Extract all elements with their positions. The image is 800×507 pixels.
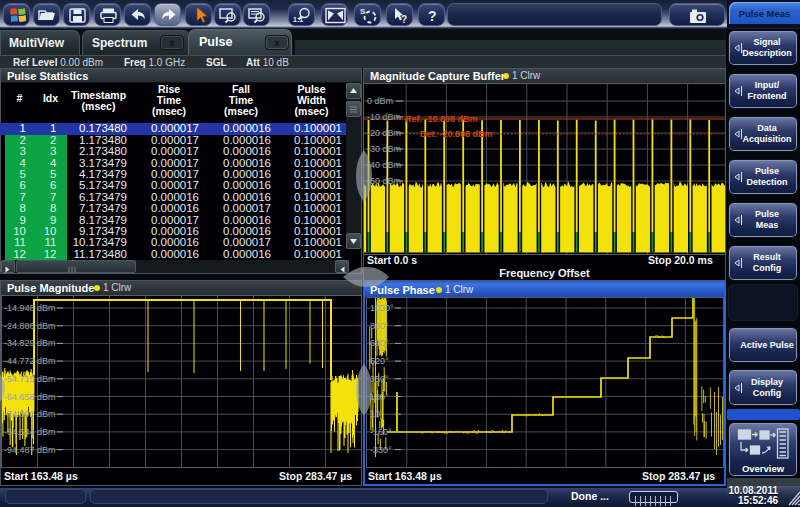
svg-text:350°: 350° <box>370 374 389 384</box>
svg-text:-24.886 dBm: -24.886 dBm <box>4 321 56 331</box>
svg-text:-54.715 dBm: -54.715 dBm <box>4 374 56 384</box>
svg-text:?: ? <box>401 14 407 25</box>
svg-text:Ref. -10.808 dBm: Ref. -10.808 dBm <box>405 114 478 124</box>
svg-text:180°: 180° <box>370 392 389 402</box>
svg-text:-30 dBm: -30 dBm <box>367 144 401 154</box>
svg-text:520°: 520° <box>370 356 389 366</box>
svg-text:-44.772 dBm: -44.772 dBm <box>4 356 56 366</box>
svg-text:-74.601 dBm: -74.601 dBm <box>4 409 56 419</box>
svg-text:-14.948 dBm: -14.948 dBm <box>4 303 56 313</box>
svg-text:-10 dBm: -10 dBm <box>367 112 401 122</box>
svg-text:-84.544 dBm: -84.544 dBm <box>4 427 56 437</box>
svg-text:860°: 860° <box>370 321 389 331</box>
svg-text:Det. -20.808 dBm: Det. -20.808 dBm <box>420 129 493 139</box>
svg-text:0 dBm: 0 dBm <box>367 96 393 106</box>
svg-text:1030°: 1030° <box>370 303 394 313</box>
svg-text:-160°: -160° <box>370 427 392 437</box>
svg-text:-330°: -330° <box>370 445 392 455</box>
svg-text:-34.829 dBm: -34.829 dBm <box>4 338 56 348</box>
svg-text:-50 dBm: -50 dBm <box>367 176 401 186</box>
svg-text:?: ? <box>428 8 437 24</box>
svg-text:-64.658 dBm: -64.658 dBm <box>4 392 56 402</box>
svg-text:-20 dBm: -20 dBm <box>367 128 401 138</box>
svg-text:-94.487 dBm: -94.487 dBm <box>4 445 56 455</box>
svg-text:-40 dBm: -40 dBm <box>367 160 401 170</box>
svg-text:S: S <box>360 7 366 16</box>
svg-text:690°: 690° <box>370 338 389 348</box>
svg-text:10°: 10° <box>370 409 384 419</box>
